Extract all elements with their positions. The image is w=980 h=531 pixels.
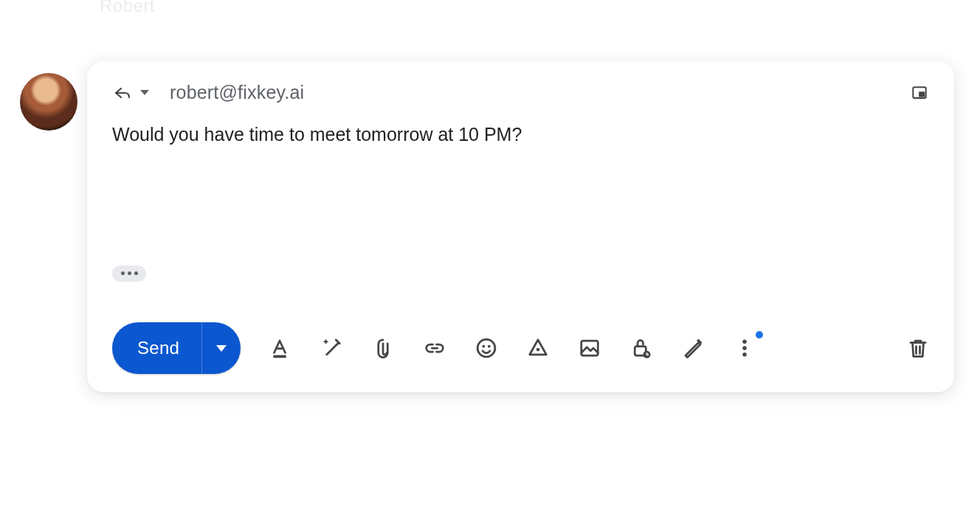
magic-pen-icon	[320, 337, 342, 359]
link-button[interactable]	[424, 337, 446, 359]
more-options-button[interactable]	[734, 337, 756, 359]
signature-button[interactable]	[682, 337, 704, 359]
text-format-icon	[269, 337, 291, 359]
reply-arrow-icon	[112, 84, 133, 102]
show-trimmed-button[interactable]	[112, 266, 146, 282]
pen-icon	[682, 337, 704, 359]
link-icon	[424, 337, 446, 359]
drive-button[interactable]	[527, 337, 549, 359]
send-button[interactable]: Send	[112, 322, 202, 374]
send-button-group: Send	[112, 322, 241, 374]
emoji-icon	[475, 337, 497, 359]
help-me-write-button[interactable]	[320, 337, 342, 359]
emoji-button[interactable]	[475, 337, 497, 359]
indicator-dot	[756, 331, 763, 339]
confidential-button[interactable]	[630, 337, 652, 359]
recipient-field[interactable]: robert@fixkey.ai	[170, 82, 304, 103]
svg-point-4	[483, 345, 486, 348]
drive-icon	[527, 337, 549, 359]
chevron-down-icon	[216, 345, 227, 352]
send-more-button[interactable]	[202, 322, 241, 374]
thread-sender-hint: Robert	[100, 0, 155, 16]
svg-point-11	[743, 346, 748, 350]
svg-rect-7	[582, 341, 598, 355]
trash-icon	[907, 337, 929, 359]
svg-rect-1	[919, 91, 925, 97]
photo-button[interactable]	[579, 337, 601, 359]
paperclip-icon	[372, 337, 394, 359]
svg-point-12	[743, 353, 748, 357]
discard-button[interactable]	[907, 337, 929, 359]
reply-type-button[interactable]	[112, 84, 149, 102]
compose-header: robert@fixkey.ai	[87, 61, 954, 103]
svg-rect-2	[274, 355, 287, 358]
compose-toolbar: Send	[87, 322, 954, 392]
compose-card: robert@fixkey.ai Would you have time to …	[87, 61, 954, 392]
popout-icon[interactable]	[910, 85, 929, 101]
formatting-button[interactable]	[269, 337, 291, 359]
ellipsis-icon	[121, 271, 138, 275]
compose-body[interactable]: Would you have time to meet tomorrow at …	[112, 122, 929, 148]
lock-clock-icon	[630, 337, 652, 359]
image-icon	[579, 337, 601, 359]
svg-point-10	[743, 340, 748, 344]
svg-point-6	[536, 348, 540, 352]
toolbar-icons	[269, 337, 756, 359]
svg-point-5	[488, 345, 491, 348]
avatar	[20, 73, 77, 131]
chevron-down-icon	[140, 90, 149, 95]
attach-button[interactable]	[372, 337, 394, 359]
svg-point-3	[477, 339, 495, 357]
more-vert-icon	[734, 337, 756, 359]
